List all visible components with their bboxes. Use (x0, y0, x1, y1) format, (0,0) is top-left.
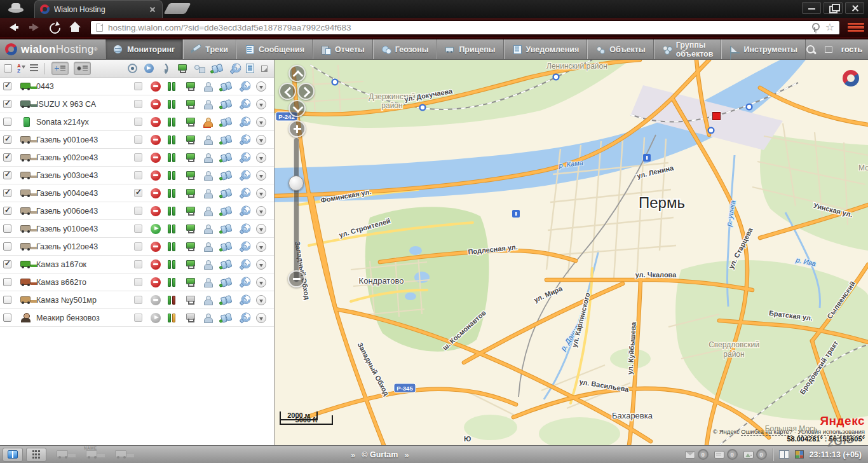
search-icon[interactable] (806, 45, 816, 55)
tab-unit-groups[interactable]: Группы объектов (654, 39, 722, 59)
unit-checkbox[interactable] (3, 171, 11, 179)
driver-icon[interactable] (203, 118, 213, 127)
window-restore-button[interactable] (824, 2, 843, 14)
track-unit-icon[interactable] (220, 259, 233, 270)
unit-name[interactable]: Камаз №у501мр (36, 296, 134, 305)
unit-row[interactable]: Газель у001ое43 (0, 131, 274, 149)
watch-checkbox[interactable] (134, 242, 142, 251)
driver-icon[interactable] (203, 189, 213, 198)
watch-checkbox[interactable] (134, 314, 142, 322)
column-properties-icon[interactable] (227, 62, 241, 75)
unit-name[interactable]: Газель у003ое43 (36, 171, 134, 180)
track-unit-icon[interactable] (220, 116, 233, 127)
unit-checkbox[interactable] (3, 296, 11, 304)
pan-left-button[interactable] (279, 83, 296, 100)
track-unit-icon[interactable] (220, 81, 233, 92)
unit-checkbox[interactable] (3, 242, 11, 251)
unit-properties-icon[interactable] (237, 240, 250, 253)
tab-trailers[interactable]: Прицепы (437, 39, 503, 59)
panel-toggle-button[interactable] (3, 448, 23, 462)
watch-checkbox[interactable] (134, 296, 142, 304)
watch-checkbox[interactable] (134, 153, 142, 162)
watch-checkbox[interactable] (134, 189, 142, 197)
unit-properties-icon[interactable] (237, 222, 250, 235)
unit-name[interactable]: Газель у001ое43 (36, 135, 134, 144)
show-all-units-button[interactable] (74, 62, 91, 75)
track-unit-icon[interactable] (220, 205, 233, 216)
new-tab-button[interactable] (163, 3, 191, 14)
layout-icon[interactable] (825, 46, 832, 53)
unit-checkbox[interactable] (3, 314, 11, 322)
tab-close-icon[interactable] (148, 5, 157, 14)
unit-properties-icon[interactable] (237, 258, 250, 271)
unit-row[interactable]: Камаз №у501мр (0, 291, 274, 309)
track-unit-icon[interactable] (220, 312, 233, 323)
select-all-checkbox[interactable] (4, 64, 12, 73)
sort-az-icon[interactable]: AZ (17, 64, 25, 74)
unit-menu-button[interactable] (256, 259, 266, 270)
tab-monitoring[interactable]: Мониторинг (105, 39, 183, 59)
watch-checkbox[interactable] (134, 225, 142, 233)
driver-icon[interactable] (203, 82, 213, 91)
messages-counter[interactable]: 0 (685, 449, 709, 460)
collapse-columns-icon[interactable] (261, 66, 268, 72)
unit-properties-icon[interactable] (237, 186, 250, 200)
unit-menu-button[interactable] (256, 188, 266, 198)
column-motion-icon[interactable] (144, 64, 154, 73)
watch-checkbox[interactable] (134, 118, 142, 126)
unit-properties-icon[interactable] (237, 79, 250, 93)
track-unit-icon[interactable] (220, 188, 233, 198)
unit-row[interactable]: Меакир бензовоз (0, 309, 274, 327)
unit-checkbox[interactable] (3, 207, 11, 215)
unit-menu-button[interactable] (256, 81, 266, 92)
track-unit-icon[interactable] (220, 223, 233, 234)
unit-menu-button[interactable] (256, 277, 266, 287)
unit-name[interactable]: Sonata x214yx (36, 118, 134, 127)
color-grid-icon[interactable] (795, 450, 804, 459)
unit-menu-button[interactable] (256, 224, 266, 234)
watch-checkbox[interactable] (134, 100, 142, 108)
commands-counter[interactable]: 0 (714, 449, 738, 460)
user-label[interactable]: гость (841, 45, 862, 54)
log-book-icon[interactable] (779, 450, 789, 459)
unit-row[interactable]: ISUZU X 963 СА (0, 95, 274, 113)
unit-menu-button[interactable] (256, 153, 266, 163)
pan-down-button[interactable] (288, 100, 306, 117)
name-truck-button-disabled[interactable]: NAME (79, 447, 107, 462)
unit-properties-icon[interactable] (237, 115, 250, 128)
forward-button[interactable] (26, 20, 43, 34)
unit-row[interactable]: Камаз в662то (0, 273, 274, 291)
driver-icon[interactable] (203, 260, 213, 269)
unit-name[interactable]: Газель у010ое43 (36, 225, 134, 233)
apps-grid-button[interactable] (26, 448, 46, 462)
unit-checkbox[interactable] (3, 153, 11, 162)
zoom-slider-handle[interactable] (288, 176, 304, 191)
column-driver-icon[interactable] (194, 64, 205, 73)
key-icon[interactable] (810, 23, 819, 32)
url-text[interactable]: hosting.wialon.com/?sid=dde3ecd3daf5e187… (108, 23, 810, 32)
unit-checkbox[interactable] (3, 225, 11, 233)
tab-tracks[interactable]: Треки (183, 39, 236, 59)
back-button[interactable] (6, 20, 22, 34)
unit-menu-button[interactable] (256, 117, 266, 127)
list-view-icon[interactable] (30, 64, 38, 73)
driver-icon[interactable] (203, 314, 213, 322)
map-canvas[interactable]: Р-242 Р-345 Ленинский район Дзержинский … (275, 60, 868, 445)
media-counter[interactable]: 0 (743, 449, 767, 460)
home-button[interactable] (67, 20, 83, 34)
unit-row[interactable]: Газель у003ое43 (0, 167, 274, 184)
unit-properties-icon[interactable] (237, 151, 250, 164)
unit-name[interactable]: Газель у004ое43 (36, 189, 134, 198)
driver-truck-button-disabled[interactable] (50, 447, 78, 462)
tab-geofences[interactable]: Геозоны (373, 39, 437, 59)
unit-checkbox[interactable] (3, 118, 11, 126)
track-unit-icon[interactable] (220, 294, 233, 305)
column-connection-icon[interactable] (177, 64, 187, 73)
zoom-in-button[interactable] (288, 120, 306, 137)
pan-up-button[interactable] (288, 65, 306, 82)
watch-checkbox[interactable] (134, 171, 142, 179)
reload-button[interactable] (46, 20, 63, 34)
driver-icon[interactable] (203, 296, 213, 305)
unit-menu-button[interactable] (256, 242, 266, 252)
unit-row[interactable]: Газель у004ое43 (0, 184, 274, 202)
